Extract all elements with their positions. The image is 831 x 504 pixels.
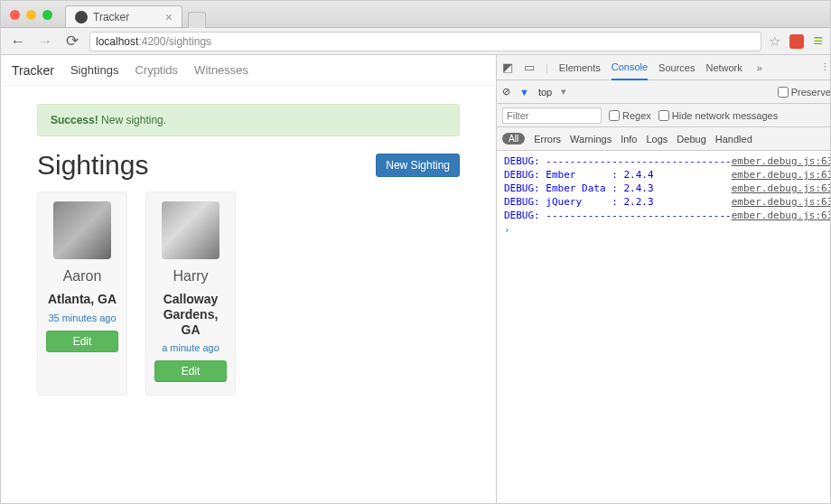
log-line: DEBUG: jQuery : 2.2.3ember.debug.js:6395: [497, 195, 831, 209]
browser-tab[interactable]: Tracker ×: [65, 5, 182, 27]
console-prompt[interactable]: ›: [497, 222, 831, 238]
edit-button[interactable]: Edit: [154, 360, 227, 382]
new-tab-button[interactable]: [188, 12, 206, 28]
card-time: 35 minutes ago: [45, 313, 119, 323]
level-handled[interactable]: Handled: [715, 134, 752, 145]
log-source-link[interactable]: ember.debug.js:6395: [732, 169, 831, 181]
level-warnings[interactable]: Warnings: [570, 134, 612, 145]
ember-extension-icon[interactable]: [789, 34, 804, 49]
log-line: DEBUG: -------------------------------em…: [497, 209, 831, 222]
level-info[interactable]: Info: [621, 134, 637, 145]
tab-close-icon[interactable]: ×: [165, 10, 173, 24]
devtools-menu-icon[interactable]: ⋮: [820, 61, 830, 73]
tab-console[interactable]: Console: [612, 55, 648, 80]
card-time: a minute ago: [154, 342, 228, 353]
tab-title: Tracker: [93, 11, 129, 23]
regex-checkbox[interactable]: Regex: [609, 110, 651, 121]
hide-network-checkbox[interactable]: Hide network messages: [658, 110, 778, 121]
card-image: [53, 201, 111, 259]
log-line: DEBUG: Ember Data : 2.4.3ember.debug.js:…: [497, 182, 831, 195]
log-source-link[interactable]: ember.debug.js:6395: [732, 182, 831, 194]
context-selector[interactable]: top: [538, 87, 552, 98]
level-all[interactable]: All: [502, 133, 525, 145]
card-location: Atlanta, GA: [45, 292, 119, 307]
favicon-icon: [75, 11, 88, 23]
edit-button[interactable]: Edit: [46, 331, 118, 352]
url-host: localhost: [96, 35, 138, 48]
sighting-card: Harry Calloway Gardens, GA a minute ago …: [145, 191, 236, 396]
window-close-icon[interactable]: [10, 10, 20, 20]
alert-strong: Success!: [51, 114, 98, 126]
card-location: Calloway Gardens, GA: [154, 292, 228, 337]
star-icon[interactable]: ☆: [769, 33, 780, 50]
window-maximize-icon[interactable]: [42, 10, 52, 20]
menu-icon[interactable]: ≡: [813, 32, 823, 51]
console-filter-input[interactable]: [502, 107, 602, 124]
level-errors[interactable]: Errors: [534, 134, 561, 145]
level-logs[interactable]: Logs: [647, 134, 668, 145]
card-image: [162, 201, 219, 259]
sighting-card: Aaron Atlanta, GA 35 minutes ago Edit: [37, 191, 127, 396]
log-source-link[interactable]: ember.debug.js:6395: [732, 155, 831, 167]
log-line: DEBUG: -------------------------------em…: [497, 154, 831, 168]
forward-button[interactable]: →: [35, 33, 55, 51]
card-name: Aaron: [45, 268, 119, 285]
alert-text: New sighting.: [98, 114, 166, 126]
console-output: DEBUG: -------------------------------em…: [497, 151, 831, 503]
nav-sightings[interactable]: Sightings: [70, 63, 118, 77]
brand[interactable]: Tracker: [12, 63, 54, 78]
context-chevron-icon[interactable]: ▾: [561, 86, 566, 98]
device-toolbar-icon[interactable]: ▭: [524, 61, 535, 74]
log-line: DEBUG: Ember : 2.4.4ember.debug.js:6395: [497, 168, 831, 182]
level-debug[interactable]: Debug: [677, 134, 705, 145]
address-bar[interactable]: localhost:4200/sightings: [89, 32, 761, 51]
reload-button[interactable]: ⟳: [62, 32, 82, 51]
log-source-link[interactable]: ember.debug.js:6395: [732, 210, 831, 221]
card-name: Harry: [154, 268, 228, 285]
filter-icon[interactable]: ▼: [519, 87, 529, 98]
clear-console-icon[interactable]: ⊘: [502, 86, 510, 98]
nav-cryptids[interactable]: Cryptids: [135, 63, 178, 77]
tab-elements[interactable]: Elements: [559, 56, 601, 79]
window-minimize-icon[interactable]: [26, 10, 36, 20]
log-source-link[interactable]: ember.debug.js:6395: [732, 196, 831, 208]
more-tabs-icon[interactable]: »: [757, 62, 762, 73]
tab-sources[interactable]: Sources: [658, 56, 695, 79]
preserve-log-checkbox[interactable]: Preserve log: [778, 87, 831, 98]
url-path: :4200/sightings: [138, 35, 211, 48]
back-button[interactable]: ←: [8, 33, 28, 51]
inspect-element-icon[interactable]: ◩: [502, 61, 513, 74]
page-title: Sightings: [37, 150, 148, 181]
success-alert: Success! New sighting.: [37, 104, 460, 136]
nav-witnesses[interactable]: Witnesses: [194, 63, 248, 77]
new-sighting-button[interactable]: New Sighting: [376, 154, 460, 177]
tab-network[interactable]: Network: [705, 56, 742, 79]
